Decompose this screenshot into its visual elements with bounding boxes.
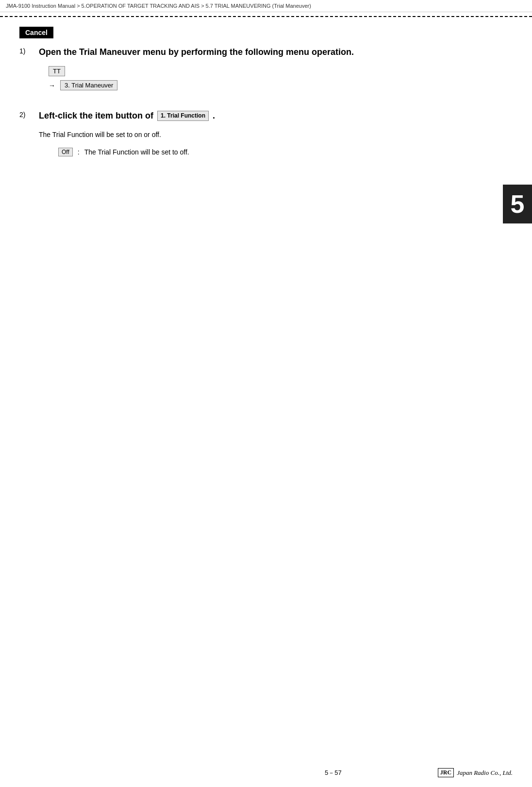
step-1: 1) Open the Trial Maneuver menu by perfo… — [19, 46, 513, 95]
trial-maneuver-button[interactable]: 3. Trial Maneuver — [60, 80, 117, 90]
trial-function-button[interactable]: 1. Trial Function — [157, 111, 209, 121]
step-2-content: Left-click the item button of 1. Trial F… — [39, 110, 513, 156]
jrc-label: JRC — [438, 768, 454, 777]
cancel-button[interactable]: Cancel — [19, 27, 53, 38]
step-2-heading-prefix: Left-click the item button of — [39, 110, 153, 122]
step-2-heading-suffix: . — [213, 110, 215, 122]
step-1-heading: Open the Trial Maneuver menu by performi… — [39, 46, 513, 58]
chapter-tab: 5 — [503, 185, 532, 223]
footer-page-number: 5－57 — [229, 769, 438, 777]
menu-flow: TT → 3. Trial Maneuver — [49, 66, 513, 90]
step-2-heading: Left-click the item button of 1. Trial F… — [39, 110, 513, 122]
arrow: → — [49, 82, 55, 89]
off-button[interactable]: Off — [58, 148, 73, 156]
off-description: The Trial Function will be set to off. — [84, 148, 189, 156]
breadcrumb-text: JMA-9100 Instruction Manual > 5.OPERATIO… — [6, 3, 311, 9]
page-footer: 5－57 JRC Japan Radio Co., Ltd. — [0, 768, 532, 777]
company-name: Japan Radio Co., Ltd. — [457, 769, 513, 777]
tt-button[interactable]: TT — [49, 66, 65, 76]
step-1-number: 1) — [19, 47, 39, 55]
main-content: Cancel 1) Open the Trial Maneuver menu b… — [0, 17, 532, 190]
step-2: 2) Left-click the item button of 1. Tria… — [19, 110, 513, 156]
step-1-content: Open the Trial Maneuver menu by performi… — [39, 46, 513, 95]
step-2-number: 2) — [19, 111, 39, 119]
trial-maneuver-row: → 3. Trial Maneuver — [49, 80, 513, 90]
page-wrapper: JMA-9100 Instruction Manual > 5.OPERATIO… — [0, 0, 532, 787]
step-2-description: The Trial Function will be set to on or … — [39, 130, 513, 140]
chapter-number: 5 — [511, 189, 525, 219]
tt-button-row: TT — [49, 66, 513, 76]
breadcrumb: JMA-9100 Instruction Manual > 5.OPERATIO… — [0, 0, 532, 12]
footer-logo: JRC Japan Radio Co., Ltd. — [438, 768, 513, 777]
colon: : — [78, 148, 80, 156]
off-row: Off : The Trial Function will be set to … — [58, 148, 513, 156]
